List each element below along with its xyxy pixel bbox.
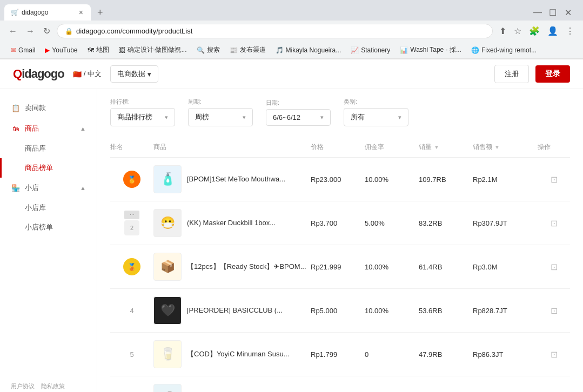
action-icon-5[interactable]: ⊡: [551, 349, 558, 360]
action-cell-5[interactable]: ⊡: [538, 349, 570, 360]
active-tab[interactable]: 🛒 didagogo ×: [4, 4, 91, 21]
th-sales[interactable]: 销量 ▼: [419, 143, 473, 152]
store-label: 小店: [25, 183, 76, 193]
th-revenue[interactable]: 销售额 ▼: [473, 143, 538, 152]
bookmark-stationery-label: Stationery: [361, 46, 390, 54]
register-button[interactable]: 注册: [494, 65, 529, 83]
maximize-button[interactable]: ☐: [546, 6, 559, 19]
product-warehouse-label: 商品库: [25, 144, 46, 153]
rate-cell-3: 10.00%: [365, 263, 419, 271]
th-commission: 佣金率: [365, 143, 419, 152]
product-cell-3[interactable]: 📦 【12pcs】【Ready Stock】✈BPOM...: [153, 253, 311, 281]
share-icon[interactable]: ⬆: [497, 24, 508, 38]
sidebar-item-product-ranking[interactable]: 商品榜单: [0, 158, 97, 178]
gmail-icon: ✉: [11, 46, 16, 54]
bookmark-publish-label: 发布渠道: [240, 45, 266, 55]
img-design-icon: 🖼: [119, 46, 125, 54]
product-cell-6[interactable]: 🍶 Botol Minum 2 Liter 2000ML Ker...: [153, 384, 311, 392]
forward-button[interactable]: →: [24, 24, 37, 38]
rank-cell-3: 🥉: [110, 258, 153, 275]
action-cell-1[interactable]: ⊡: [538, 174, 570, 185]
sidebar-item-store-ranking[interactable]: 小店榜单: [0, 218, 97, 237]
revenue-cell-5: Rp86.3JT: [473, 350, 538, 359]
bookmark-fixed-wing[interactable]: 🌐 Fixed-wing remot...: [467, 45, 541, 56]
ecommerce-data-menu[interactable]: 电商数据 ▾: [110, 65, 158, 83]
extension-icon[interactable]: 🧩: [527, 24, 542, 38]
action-icon-3[interactable]: ⊡: [551, 262, 558, 272]
action-icon-1[interactable]: ⊡: [551, 174, 558, 185]
menu-icon[interactable]: ⋮: [564, 24, 577, 38]
sidebar-footer-links: 用户协议 隐私政策: [11, 382, 86, 390]
profile-icon[interactable]: 👤: [545, 24, 560, 38]
revenue-cell-2: Rp307.9JT: [473, 219, 538, 227]
product-cell-5[interactable]: 🥛 【COD】YoyiC Minuman Susu...: [153, 340, 311, 368]
tab-title: didagogo: [22, 9, 75, 16]
product-img-6: 🍶: [153, 384, 182, 392]
refresh-button[interactable]: ↻: [41, 24, 52, 38]
table-row: 🥇 🧴 [BPOM]1Set MeToo Mouthwa... Rp23.000…: [110, 158, 570, 201]
bookmark-img-design[interactable]: 🖼 确定设计-做图做祝...: [115, 44, 191, 56]
th-action: 操作: [538, 143, 570, 152]
bookmark-youtube[interactable]: ▶ YouTube: [41, 45, 82, 56]
product-cell-2[interactable]: 😷 (KK) Masker Duckbill 1box...: [153, 209, 311, 237]
bookmark-search[interactable]: 🔍 搜索: [192, 44, 224, 56]
language-selector[interactable]: 🇨🇳 / 中文: [73, 69, 102, 79]
minimize-button[interactable]: —: [531, 6, 544, 19]
url-bar[interactable]: 🔒 didagogo.com/commodity/productList: [57, 24, 493, 38]
login-button[interactable]: 登录: [535, 65, 570, 83]
category-filter-select[interactable]: 所有 ▾: [344, 108, 408, 126]
date-filter-select[interactable]: 6/6~6/12 ▾: [266, 109, 331, 126]
header-right: 注册 登录: [494, 65, 570, 83]
revenue-cell-1: Rp2.1M: [473, 175, 538, 184]
store-ranking-label: 小店榜单: [25, 222, 53, 232]
rank-cell-5: 5: [110, 350, 153, 359]
action-icon-2[interactable]: ⊡: [551, 218, 558, 228]
period-filter-arrow-icon: ▾: [243, 114, 246, 121]
period-filter-select[interactable]: 周榜 ▾: [188, 108, 253, 126]
rank-cell-4: 4: [110, 307, 153, 315]
sidebar-item-contracts[interactable]: 📋 卖同款: [0, 98, 97, 118]
price-cell-5: Rp1.799: [311, 350, 365, 359]
privacy-policy-link[interactable]: 隐私政策: [41, 382, 65, 390]
new-tab-button[interactable]: +: [93, 5, 108, 21]
bookmark-gmail[interactable]: ✉ Gmail: [6, 45, 39, 56]
products-table: 排名 商品 价格 佣金率 销量 ▼: [110, 137, 570, 392]
site-logo[interactable]: Qidagogo: [13, 67, 64, 81]
bookmark-stationery[interactable]: 📈 Stationery: [346, 45, 394, 56]
products-arrow-icon: ▲: [80, 125, 86, 132]
action-cell-2[interactable]: ⊡: [538, 218, 570, 228]
rank-dots-2: ⋯: [124, 211, 139, 219]
product-cell-4[interactable]: 🖤 [PREORDER] BASICCLUB (...: [153, 296, 311, 325]
bookmark-washi[interactable]: 📊 Washi Tape - 採...: [396, 44, 466, 56]
product-img-3: 📦: [153, 253, 182, 281]
action-icon-4[interactable]: ⊡: [551, 306, 558, 316]
ranking-filter-select[interactable]: 商品排行榜 ▾: [110, 108, 175, 126]
bookmark-maps[interactable]: 🗺 地图: [83, 44, 113, 56]
product-name-2: (KK) Masker Duckbill 1box...: [187, 218, 276, 228]
period-filter-value: 周榜: [195, 112, 209, 122]
back-button[interactable]: ←: [6, 24, 19, 38]
action-cell-3[interactable]: ⊡: [538, 262, 570, 272]
publish-icon: 📰: [230, 46, 238, 54]
rank-num-5: 5: [130, 350, 133, 359]
user-agreement-link[interactable]: 用户协议: [11, 382, 35, 390]
bookmark-mikayla[interactable]: 🎵 Mikayla Nogueira...: [271, 45, 346, 56]
category-filter-value: 所有: [351, 112, 365, 122]
bookmark-publish[interactable]: 📰 发布渠道: [225, 44, 270, 56]
sidebar-item-store[interactable]: 🏪 小店 ▲: [0, 178, 97, 198]
star-icon[interactable]: ☆: [512, 24, 524, 38]
store-arrow-icon: ▲: [80, 185, 86, 191]
sidebar-item-store-warehouse[interactable]: 小店库: [0, 198, 97, 218]
sidebar-item-product-warehouse[interactable]: 商品库: [0, 139, 97, 158]
sidebar-item-products[interactable]: 🛍 商品 ▲: [0, 118, 97, 139]
bookmark-img-design-label: 确定设计-做图做祝...: [128, 45, 187, 55]
rate-cell-2: 5.00%: [365, 219, 419, 227]
close-window-button[interactable]: ✕: [561, 6, 574, 19]
period-filter-label: 周期:: [188, 98, 253, 106]
tab-close-button[interactable]: ×: [78, 8, 84, 17]
page: Qidagogo 🇨🇳 / 中文 电商数据 ▾ 注册 登录 📋 卖同款: [0, 59, 583, 392]
action-cell-4[interactable]: ⊡: [538, 306, 570, 316]
product-ranking-label: 商品榜单: [25, 163, 53, 173]
sales-cell-4: 53.6RB: [419, 307, 473, 315]
product-cell-1[interactable]: 🧴 [BPOM]1Set MeToo Mouthwa...: [153, 165, 311, 193]
